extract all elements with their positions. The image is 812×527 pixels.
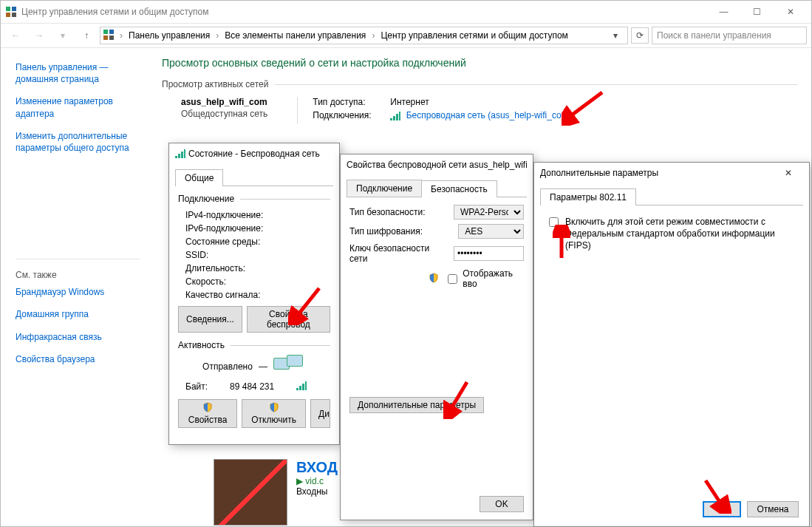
label-sent: Отправлено	[202, 361, 253, 372]
nav-toolbar: ← → ▾ ↑ › Панель управления › Все элемен…	[1, 23, 811, 48]
wifi-signal-icon	[175, 149, 185, 158]
svg-rect-1	[12, 7, 16, 11]
label-duration: Длительность:	[185, 262, 330, 275]
sidebar-link-browser[interactable]: Свойства браузера	[16, 353, 140, 365]
sidebar-link-home[interactable]: Панель управления — домашняя страница	[16, 61, 140, 85]
svg-rect-3	[12, 13, 16, 17]
label-speed: Скорость:	[185, 275, 330, 288]
security-key-input[interactable]	[454, 246, 524, 261]
svg-rect-5	[109, 30, 114, 34]
ad-domain: vid.c	[305, 476, 324, 486]
window-title: Центр управления сетями и общим доступом	[21, 7, 707, 17]
shield-icon	[269, 402, 279, 412]
close-button[interactable]: ✕	[774, 168, 803, 178]
breadcrumb-3[interactable]: Центр управления сетями и общим доступом	[381, 30, 568, 41]
group-activity: Активность	[178, 340, 225, 350]
address-dropdown[interactable]: ▾	[607, 27, 624, 44]
wifi-signal-icon	[390, 112, 400, 120]
ad-title[interactable]: ВХОД	[296, 459, 338, 476]
connection-link[interactable]: Беспроводная сеть (asus_help-wifi_com)	[406, 110, 572, 120]
network-name: asus_help_wifi_com	[181, 97, 267, 107]
breadcrumb-2[interactable]: Все элементы панели управления	[225, 30, 366, 41]
group-connection: Подключение	[178, 194, 234, 204]
label-ipv4: IPv4-подключение:	[185, 208, 330, 222]
cancel-button[interactable]: Отмена	[747, 501, 799, 517]
network-center-icon	[103, 30, 114, 42]
label-ipv6: IPv6-подключение:	[185, 222, 330, 235]
tab-security[interactable]: Безопасность	[421, 180, 497, 197]
activity-icon	[273, 355, 306, 378]
show-chars-checkbox[interactable]: Отображать вво	[445, 268, 524, 289]
label-media: Состояние среды:	[185, 235, 330, 248]
dialog-wifi-properties: Свойства беспроводной сети asus_help_wif…	[340, 154, 533, 520]
dialog-advanced: Дополнительные параметры ✕ Параметры 802…	[533, 162, 810, 527]
tab-80211[interactable]: Параметры 802.11	[540, 188, 636, 205]
dialog-status-title: Состояние - Беспроводная сеть	[188, 149, 333, 159]
label-connections: Подключения:	[313, 110, 383, 120]
value-access-type: Интернет	[390, 97, 429, 107]
wifi-signal-icon	[296, 381, 307, 390]
bytes-sent-value: 89 484 231	[230, 381, 274, 392]
label-security-type: Тип безопасности:	[349, 207, 448, 217]
security-type-select[interactable]: WPA2-Personal	[454, 205, 524, 220]
ad-text: Входны	[296, 486, 338, 497]
disable-button[interactable]: Отключить	[242, 399, 306, 428]
details-button[interactable]: Сведения...	[178, 306, 242, 333]
network-type: Общедоступная сеть	[181, 109, 267, 119]
sidebar-link-sharing[interactable]: Изменить дополнительные параметры общего…	[16, 130, 140, 154]
maximize-button[interactable]: ☐	[740, 1, 774, 23]
close-button[interactable]: ✕	[774, 1, 807, 23]
label-security-key: Ключ безопасности сети	[349, 243, 448, 264]
ok-button[interactable]: ОК	[703, 501, 741, 517]
svg-rect-0	[6, 7, 10, 11]
recent-dropdown[interactable]: ▾	[52, 25, 73, 46]
diagnose-button[interactable]: Ди	[310, 399, 330, 428]
sidebar-link-adapter[interactable]: Изменение параметров адаптера	[16, 95, 140, 119]
label-encryption: Тип шифрования:	[349, 226, 452, 237]
forward-button[interactable]: →	[29, 25, 50, 46]
sidebar-link-homegroup[interactable]: Домашняя группа	[16, 308, 140, 320]
svg-rect-6	[103, 35, 108, 40]
sidebar: Панель управления — домашняя страница Из…	[1, 48, 149, 526]
breadcrumb-chevron[interactable]: ›	[369, 30, 378, 41]
fips-checkbox[interactable]: Включить для этой сети режим совместимос…	[546, 216, 797, 252]
label-ssid: SSID:	[185, 248, 330, 262]
properties-button[interactable]: Свойства	[178, 399, 237, 428]
label-bytes: Байт:	[185, 381, 208, 392]
wifi-properties-button[interactable]: Свойства беспровод	[247, 306, 330, 333]
tab-general[interactable]: Общие	[175, 169, 223, 186]
section-title: Просмотр активных сетей	[162, 79, 268, 89]
dialog-status: Состояние - Беспроводная сеть Общие Подк…	[168, 143, 340, 445]
dialog-wifi-title: Свойства беспроводной сети asus_help_wif…	[347, 160, 527, 170]
svg-rect-2	[6, 13, 10, 17]
search-input[interactable]: Поиск в панели управления	[652, 27, 807, 44]
dialog-advanced-title: Дополнительные параметры	[540, 168, 774, 178]
ad-image[interactable]	[214, 459, 287, 526]
breadcrumb-1[interactable]: Панель управления	[129, 30, 210, 41]
sidebar-see-also: См. также	[16, 270, 140, 280]
refresh-button[interactable]: ⟳	[631, 27, 649, 44]
ok-button[interactable]: OK	[480, 496, 524, 512]
search-placeholder: Поиск в панели управления	[657, 30, 771, 41]
titlebar: Центр управления сетями и общим доступом…	[1, 1, 811, 23]
address-bar[interactable]: › Панель управления › Все элементы панел…	[100, 27, 628, 44]
shield-icon	[429, 273, 439, 283]
minimize-button[interactable]: —	[707, 1, 740, 23]
page-heading: Просмотр основных сведений о сети и наст…	[162, 57, 798, 69]
advanced-params-button[interactable]: Дополнительные параметры	[349, 397, 484, 413]
sidebar-link-firewall[interactable]: Брандмауэр Windows	[16, 286, 140, 298]
label-quality: Качество сигнала:	[185, 288, 330, 302]
tab-connection[interactable]: Подключение	[347, 180, 422, 197]
breadcrumb-chevron[interactable]: ›	[213, 30, 222, 41]
sidebar-link-irda[interactable]: Инфракрасная связь	[16, 331, 140, 343]
ad-icon: ▶	[296, 476, 303, 486]
encryption-select[interactable]: AES	[458, 224, 524, 239]
label-access-type: Тип доступа:	[313, 97, 383, 107]
breadcrumb-chevron[interactable]: ›	[117, 30, 126, 41]
shield-icon	[202, 402, 213, 412]
svg-rect-7	[109, 35, 114, 40]
up-button[interactable]: ↑	[76, 25, 97, 46]
back-button[interactable]: ←	[5, 25, 26, 46]
network-center-icon	[5, 6, 17, 18]
svg-rect-4	[103, 30, 108, 34]
